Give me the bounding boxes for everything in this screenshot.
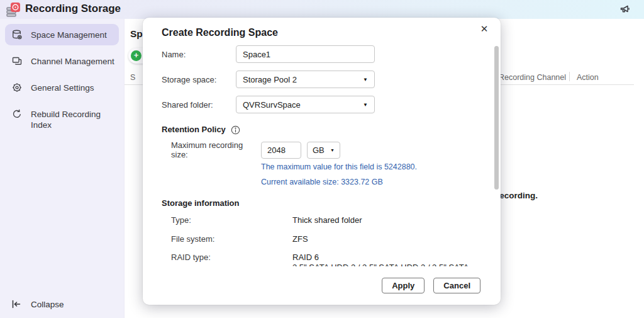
channel-management-icon <box>11 55 23 67</box>
sidebar-item-label: Channel Management <box>31 55 114 67</box>
raid-disks-value: 3.5" SATA HDD 2 / 3.5" SATA HDD 3 / 3.5"… <box>292 262 469 266</box>
collapse-icon <box>11 299 21 309</box>
space-management-icon <box>11 29 23 40</box>
unit-value: GB <box>313 145 325 155</box>
info-icon[interactable] <box>231 125 240 135</box>
sidebar-item-label: Space Management <box>31 29 107 40</box>
storage-space-select[interactable]: Storage Pool 2 ▼ <box>236 71 375 88</box>
sidebar: Space Management Channel Management <box>0 19 125 318</box>
app-icon <box>5 1 21 18</box>
chevron-down-icon: ▼ <box>363 77 368 82</box>
dialog-scrollbar[interactable] <box>494 46 499 190</box>
sidebar-item-channel-management[interactable]: Channel Management <box>5 50 119 72</box>
topbar: Recording Storage <box>0 0 644 19</box>
rebuild-recording-index-icon <box>11 108 23 120</box>
collapse-button[interactable]: Collapse <box>11 299 64 309</box>
table-header-recording-channel: Recording Channel <box>499 73 566 82</box>
storage-info-row: RAID type: RAID 6 3.5" SATA HDD 2 / 3.5"… <box>162 253 482 266</box>
close-icon[interactable]: ✕ <box>477 22 491 36</box>
name-label: Name: <box>162 50 236 59</box>
sidebar-item-space-management[interactable]: Space Management <box>5 24 119 45</box>
file-system-value: ZFS <box>292 234 308 244</box>
dialog-title: Create Recording Space <box>162 25 482 40</box>
shared-folder-value: QVRSurvSpace <box>243 100 301 110</box>
sidebar-item-general-settings[interactable]: General Settings <box>5 77 119 98</box>
app-title: Recording Storage <box>25 3 121 15</box>
table-header-separator <box>569 72 570 81</box>
cancel-button[interactable]: Cancel <box>433 278 480 293</box>
shared-folder-label: Shared folder: <box>162 100 236 110</box>
max-recording-size-input[interactable] <box>261 142 301 159</box>
shared-folder-select[interactable]: QVRSurvSpace ▼ <box>236 96 375 113</box>
storage-information-heading: Storage information <box>162 198 240 208</box>
page: Recording Storage Space Management <box>0 0 644 318</box>
sidebar-item-label: General Settings <box>31 82 94 93</box>
raid-type-value: RAID 6 <box>292 253 469 262</box>
name-input[interactable] <box>236 45 375 63</box>
retention-policy-heading: Retention Policy <box>162 125 226 135</box>
table-header-action: Action <box>577 73 599 82</box>
storage-space-label: Storage space: <box>162 75 236 84</box>
available-size-hint: Current available size: 3323.72 GB <box>261 178 482 187</box>
storage-info-row: File system: ZFS <box>162 234 482 244</box>
collapse-label: Collapse <box>31 300 64 309</box>
chevron-down-icon: ▼ <box>330 148 335 152</box>
type-value: Thick shared folder <box>292 215 362 225</box>
dialog-body: Create Recording Space Name: Storage spa… <box>143 18 501 266</box>
megaphone-icon[interactable] <box>619 3 631 16</box>
sidebar-item-label: Rebuild Recording Index <box>31 108 115 130</box>
chevron-down-icon: ▼ <box>363 102 368 108</box>
general-settings-icon <box>11 82 23 93</box>
empty-state-message-fragment: recording. <box>496 191 538 200</box>
apply-button[interactable]: Apply <box>382 278 425 293</box>
file-system-label: File system: <box>171 234 292 244</box>
storage-info-row: Type: Thick shared folder <box>162 215 482 225</box>
max-value-hint: The maximum value for this field is 5242… <box>261 162 482 172</box>
green-status-icon: + <box>131 50 142 61</box>
type-label: Type: <box>171 215 292 225</box>
storage-space-value: Storage Pool 2 <box>243 75 297 84</box>
create-recording-space-dialog: ✕ Create Recording Space Name: Storage s… <box>143 18 501 305</box>
sidebar-item-rebuild-recording-index[interactable]: Rebuild Recording Index <box>5 103 119 135</box>
unit-select[interactable]: GB ▼ <box>307 142 340 159</box>
raid-type-label: RAID type: <box>171 253 292 266</box>
page-title-fragment: Sp <box>130 28 143 40</box>
table-header-fragment: S <box>130 73 135 82</box>
max-recording-size-label: Maximum recording size: <box>171 140 261 159</box>
dialog-footer: Apply Cancel <box>382 278 480 293</box>
